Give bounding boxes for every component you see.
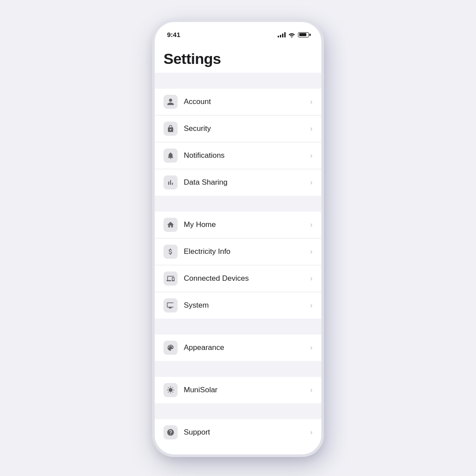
settings-item-system[interactable]: System ›: [155, 292, 321, 319]
settings-item-electricity-info[interactable]: Electricity Info ›: [155, 238, 321, 265]
account-icon-wrapper: [164, 95, 178, 109]
electricity-info-label: Electricity Info: [184, 247, 310, 256]
display-icon: [167, 301, 175, 309]
person-icon: [167, 98, 175, 106]
support-icon-wrapper: [164, 425, 178, 439]
system-chevron: ›: [310, 301, 312, 309]
section-divider-4: [155, 361, 321, 377]
settings-item-notifications[interactable]: Notifications ›: [155, 142, 321, 169]
notifications-chevron: ›: [310, 152, 312, 160]
wifi-icon: [288, 32, 295, 37]
account-label: Account: [184, 97, 310, 106]
status-bar: 9:41: [155, 22, 321, 41]
account-chevron: ›: [310, 98, 312, 106]
settings-item-munisolar[interactable]: MuniSolar ›: [155, 377, 321, 403]
sun-icon: [167, 386, 175, 394]
home-icon: [167, 221, 175, 229]
status-icons: [278, 32, 309, 37]
data-sharing-icon-wrapper: [164, 175, 178, 190]
question-icon: [167, 428, 175, 436]
my-home-icon-wrapper: [164, 218, 178, 232]
bell-icon: [167, 152, 175, 160]
system-icon-wrapper: [164, 298, 178, 312]
settings-item-data-sharing[interactable]: Data Sharing ›: [155, 169, 321, 196]
settings-item-account[interactable]: Account ›: [155, 89, 321, 115]
appearance-icon-wrapper: [164, 341, 178, 355]
data-sharing-chevron: ›: [310, 178, 312, 186]
support-label: Support: [184, 428, 310, 437]
security-chevron: ›: [310, 125, 312, 133]
palette-icon: [167, 344, 175, 352]
settings-item-support[interactable]: Support ›: [155, 419, 321, 446]
appearance-label: Appearance: [184, 343, 310, 352]
system-label: System: [184, 301, 310, 310]
appearance-section: Appearance ›: [155, 335, 321, 361]
phone-frame: 9:41 Settings Account: [152, 19, 324, 457]
chart-icon: [167, 178, 175, 186]
notifications-icon-wrapper: [164, 149, 178, 163]
data-sharing-label: Data Sharing: [184, 178, 310, 187]
settings-item-my-home[interactable]: My Home ›: [155, 212, 321, 238]
dollar-icon: [167, 248, 175, 256]
settings-item-connected-devices[interactable]: Connected Devices ›: [155, 265, 321, 292]
screen-content: Settings Account › Security: [155, 41, 321, 454]
battery-icon: [298, 32, 309, 37]
section-divider-5: [155, 403, 321, 419]
section-divider-3: [155, 319, 321, 335]
munisolar-label: MuniSolar: [184, 386, 310, 394]
connected-devices-chevron: ›: [310, 275, 312, 283]
home-section: My Home › Electricity Info › Con: [155, 212, 321, 319]
support-section: Support ›: [155, 419, 321, 446]
settings-item-security[interactable]: Security ›: [155, 115, 321, 142]
electricity-icon-wrapper: [164, 245, 178, 259]
section-divider-2: [155, 196, 321, 212]
account-section: Account › Security › Notificatio: [155, 89, 321, 196]
my-home-chevron: ›: [310, 221, 312, 229]
status-time: 9:41: [167, 31, 180, 38]
settings-item-appearance[interactable]: Appearance ›: [155, 335, 321, 361]
munisolar-section: MuniSolar ›: [155, 377, 321, 403]
connected-devices-icon-wrapper: [164, 271, 178, 286]
electricity-info-chevron: ›: [310, 248, 312, 256]
page-title: Settings: [155, 41, 321, 73]
support-chevron: ›: [310, 428, 312, 436]
signal-icon: [278, 32, 286, 37]
appearance-chevron: ›: [310, 344, 312, 352]
notifications-label: Notifications: [184, 151, 310, 160]
munisolar-icon-wrapper: [164, 383, 178, 397]
security-label: Security: [184, 124, 310, 133]
devices-icon: [167, 275, 175, 283]
section-divider-1: [155, 73, 321, 89]
connected-devices-label: Connected Devices: [184, 274, 310, 283]
security-icon-wrapper: [164, 122, 178, 136]
munisolar-chevron: ›: [310, 386, 312, 394]
lock-icon: [167, 125, 175, 133]
my-home-label: My Home: [184, 220, 310, 229]
